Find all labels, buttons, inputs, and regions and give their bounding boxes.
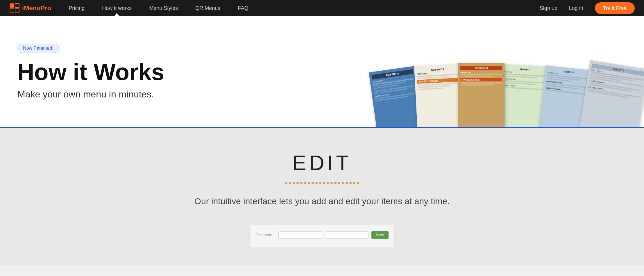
edit-dot bbox=[296, 182, 299, 184]
menu-card-2: GATSBY'S APPETIZERS SAMPLE HEADING bbox=[414, 64, 464, 128]
menu-card-6: GATSBY'S APPETIZERS Sample Heading Entre… bbox=[579, 60, 644, 128]
edit-dot bbox=[323, 182, 325, 184]
edit-form: Food Item: Save bbox=[249, 225, 395, 248]
edit-dot bbox=[285, 182, 287, 184]
nav-faq[interactable]: FAQ bbox=[238, 5, 248, 11]
edit-dot bbox=[330, 182, 333, 184]
food-item-input-2[interactable] bbox=[325, 232, 368, 238]
svg-rect-3 bbox=[15, 9, 19, 13]
svg-rect-2 bbox=[10, 9, 14, 13]
edit-dots-row bbox=[17, 182, 627, 184]
nav-how-it-works[interactable]: How it works bbox=[102, 5, 132, 11]
food-item-label: Food Item: bbox=[255, 233, 276, 237]
edit-dot bbox=[346, 182, 348, 184]
edit-dot bbox=[300, 182, 303, 184]
food-item-input[interactable] bbox=[278, 232, 322, 238]
nav-pricing[interactable]: Pricing bbox=[69, 5, 85, 11]
menu-card-3: GATSBY'S APPETIZERS SAMPLE HEADING bbox=[458, 63, 505, 127]
edit-dot bbox=[293, 182, 295, 184]
save-item-button[interactable]: Save bbox=[371, 231, 389, 239]
edit-dot bbox=[304, 182, 306, 184]
edit-dot bbox=[327, 182, 329, 184]
navbar: iMenuPro Pricing How it works Menu Style… bbox=[0, 0, 644, 16]
try-free-button[interactable]: Try it Free bbox=[595, 2, 635, 14]
hero-title: How it Works bbox=[17, 60, 221, 84]
log-in-link[interactable]: Log in bbox=[569, 5, 583, 11]
navbar-links: Pricing How it works Menu Styles QR Menu… bbox=[69, 5, 539, 11]
edit-dot bbox=[315, 182, 318, 184]
hero-subtitle: Make your own menu in minutes. bbox=[17, 89, 221, 100]
logo[interactable]: iMenuPro bbox=[9, 3, 51, 13]
edit-dot bbox=[308, 182, 310, 184]
edit-dot bbox=[319, 182, 321, 184]
nav-qr-menus[interactable]: QR Menus bbox=[195, 5, 220, 11]
svg-rect-0 bbox=[10, 3, 14, 8]
edit-section: EDIT Our intuitive interface lets you ad… bbox=[0, 128, 644, 265]
navbar-right: Sign up Log in Try it Free bbox=[540, 2, 635, 14]
hero-right: GATSBY'S APPETIZERS SAMPLE HEADING GATSB… bbox=[221, 28, 627, 115]
edit-dot bbox=[342, 182, 344, 184]
sign-up-link[interactable]: Sign up bbox=[540, 5, 557, 11]
edit-dot bbox=[349, 182, 352, 184]
edit-description: Our intuitive interface lets you add and… bbox=[191, 195, 453, 208]
edit-dot bbox=[289, 182, 291, 184]
edit-preview-area: Food Item: Save bbox=[17, 225, 627, 248]
logo-icon bbox=[9, 3, 20, 13]
form-row-food-item: Food Item: Save bbox=[255, 231, 389, 239]
edit-dot bbox=[312, 182, 314, 184]
edit-dot bbox=[353, 182, 355, 184]
edit-dot bbox=[338, 182, 340, 184]
hero-left: Now Patented! How it Works Make your own… bbox=[17, 44, 221, 100]
edit-title: EDIT bbox=[17, 151, 627, 175]
menu-cards: GATSBY'S APPETIZERS SAMPLE HEADING GATSB… bbox=[377, 57, 632, 127]
logo-text: iMenuPro bbox=[22, 4, 51, 12]
svg-rect-1 bbox=[15, 3, 19, 8]
edit-dot bbox=[334, 182, 337, 184]
hero-section: Now Patented! How it Works Make your own… bbox=[0, 16, 644, 128]
patented-badge: Now Patented! bbox=[17, 44, 59, 53]
edit-dot bbox=[357, 182, 359, 184]
nav-menu-styles[interactable]: Menu Styles bbox=[149, 5, 178, 11]
